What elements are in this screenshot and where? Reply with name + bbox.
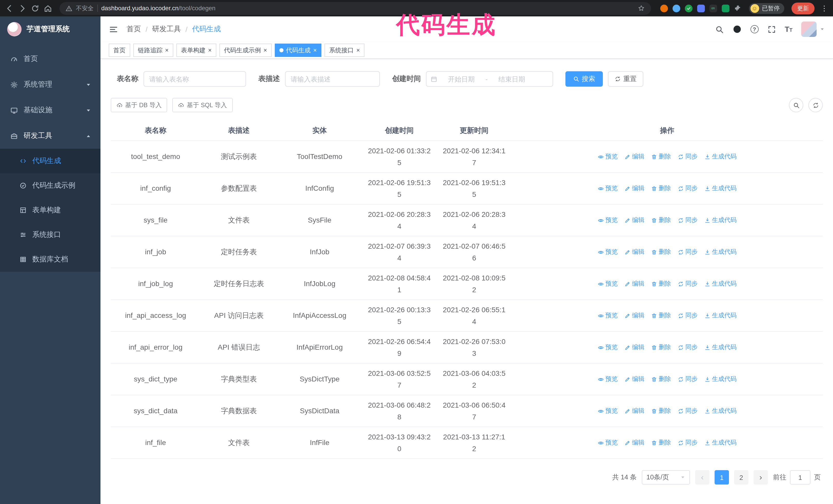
next-page-button[interactable] [754, 470, 768, 484]
delete-link[interactable]: 删除 [651, 406, 671, 416]
edit-link[interactable]: 编辑 [624, 152, 644, 162]
edit-link[interactable]: 编辑 [624, 342, 644, 352]
help-icon[interactable] [750, 25, 758, 33]
extension-icon-green[interactable] [721, 4, 729, 12]
date-range-picker[interactable]: - [426, 71, 553, 87]
table-desc-input[interactable] [285, 71, 380, 87]
tab-trace[interactable]: 链路追踪 [133, 44, 173, 57]
delete-link[interactable]: 删除 [651, 184, 671, 193]
import-db-button[interactable]: 基于 DB 导入 [111, 98, 167, 112]
edit-link[interactable]: 编辑 [624, 184, 644, 193]
browser-profile-badge[interactable]: 已暂停 [749, 3, 784, 14]
page-url[interactable]: dashboard.yudao.iocoder.cn/tool/codegen [101, 5, 216, 12]
generate-code-link[interactable]: 生成代码 [704, 279, 737, 289]
hamburger-icon[interactable] [109, 24, 118, 34]
font-size-icon[interactable] [785, 25, 792, 34]
preview-link[interactable]: 预览 [598, 374, 618, 384]
sync-link[interactable]: 同步 [678, 279, 698, 289]
page-size-select[interactable]: 10条/页 [642, 470, 690, 484]
edit-link[interactable]: 编辑 [624, 406, 644, 416]
generate-code-link[interactable]: 生成代码 [704, 374, 737, 384]
reset-button[interactable]: 重置 [608, 71, 643, 87]
sync-link[interactable]: 同步 [678, 406, 698, 416]
extension-icon-blue[interactable] [672, 4, 680, 12]
generate-code-link[interactable]: 生成代码 [704, 342, 737, 352]
bookmark-star-icon[interactable] [638, 5, 645, 12]
preview-link[interactable]: 预览 [598, 279, 618, 289]
tab-form-builder[interactable]: 表单构建 [176, 44, 216, 57]
delete-link[interactable]: 删除 [651, 342, 671, 352]
extension-icon-green-check[interactable] [685, 4, 692, 12]
preview-link[interactable]: 预览 [598, 406, 618, 416]
goto-page-input[interactable] [790, 470, 810, 484]
edit-link[interactable]: 编辑 [624, 438, 644, 448]
sidebar-item-infrastructure[interactable]: 基础设施 [0, 97, 100, 123]
preview-link[interactable]: 预览 [598, 247, 618, 257]
browser-back-icon[interactable] [5, 4, 14, 13]
tab-home[interactable]: 首页 [109, 44, 130, 57]
sidebar-item-code-generation[interactable]: 代码生成 [0, 149, 100, 173]
page-button-2[interactable]: 2 [734, 470, 748, 484]
search-icon[interactable] [715, 25, 723, 33]
generate-code-link[interactable]: 生成代码 [704, 184, 737, 193]
preview-link[interactable]: 预览 [598, 438, 618, 448]
breadcrumb-home[interactable]: 首页 [127, 25, 141, 34]
generate-code-link[interactable]: 生成代码 [704, 247, 737, 257]
breadcrumb-current[interactable]: 代码生成 [192, 25, 221, 34]
edit-link[interactable]: 编辑 [624, 311, 644, 320]
generate-code-link[interactable]: 生成代码 [704, 438, 737, 448]
page-button-1[interactable]: 1 [715, 470, 729, 484]
extension-icon-orange[interactable] [660, 4, 668, 12]
sync-link[interactable]: 同步 [678, 184, 698, 193]
sidebar-item-home[interactable]: 首页 [0, 46, 100, 72]
generate-code-link[interactable]: 生成代码 [704, 406, 737, 416]
tab-close-icon[interactable] [356, 47, 360, 53]
tab-close-icon[interactable] [208, 47, 212, 53]
tab-system-api[interactable]: 系统接口 [325, 44, 364, 57]
edit-link[interactable]: 编辑 [624, 247, 644, 257]
tab-close-icon[interactable] [313, 47, 317, 53]
browser-home-icon[interactable] [44, 4, 52, 13]
sync-link[interactable]: 同步 [678, 247, 698, 257]
toggle-search-button[interactable] [789, 98, 803, 112]
extension-icon-people[interactable] [697, 4, 705, 12]
end-date-input[interactable] [490, 75, 534, 83]
generate-code-link[interactable]: 生成代码 [704, 311, 737, 320]
delete-link[interactable]: 删除 [651, 279, 671, 289]
preview-link[interactable]: 预览 [598, 342, 618, 352]
edit-link[interactable]: 编辑 [624, 374, 644, 384]
tab-close-icon[interactable] [263, 47, 267, 53]
user-menu[interactable] [801, 22, 825, 37]
sync-link[interactable]: 同步 [678, 438, 698, 448]
sidebar-item-system-api[interactable]: 系统接口 [0, 222, 100, 247]
start-date-input[interactable] [439, 75, 483, 83]
delete-link[interactable]: 删除 [651, 215, 671, 225]
import-sql-button[interactable]: 基于 SQL 导入 [172, 98, 233, 112]
fullscreen-icon[interactable] [767, 25, 776, 33]
address-bar[interactable]: 不安全 dashboard.yudao.iocoder.cn/tool/code… [60, 2, 651, 15]
edit-link[interactable]: 编辑 [624, 215, 644, 225]
extensions-puzzle-icon[interactable] [734, 4, 741, 12]
sync-link[interactable]: 同步 [678, 311, 698, 320]
chevron-down-icon[interactable] [820, 27, 825, 32]
sidebar-item-form-builder[interactable]: 表单构建 [0, 198, 100, 222]
sync-link[interactable]: 同步 [678, 152, 698, 162]
extension-icon-dark[interactable]: on [709, 4, 717, 12]
github-icon[interactable] [732, 25, 741, 34]
browser-forward-icon[interactable] [18, 4, 27, 13]
generate-code-link[interactable]: 生成代码 [704, 152, 737, 162]
breadcrumb-dev-tools[interactable]: 研发工具 [152, 25, 181, 34]
browser-update-button[interactable]: 更新 [791, 2, 814, 14]
preview-link[interactable]: 预览 [598, 215, 618, 225]
browser-menu-kebab-icon[interactable] [821, 4, 828, 12]
preview-link[interactable]: 预览 [598, 311, 618, 320]
sync-link[interactable]: 同步 [678, 342, 698, 352]
tab-code-generation[interactable]: 代码生成 [275, 44, 322, 57]
prev-page-button[interactable] [695, 470, 710, 484]
browser-reload-icon[interactable] [31, 4, 40, 13]
sidebar-item-database-docs[interactable]: 数据库文档 [0, 247, 100, 272]
edit-link[interactable]: 编辑 [624, 279, 644, 289]
sync-link[interactable]: 同步 [678, 374, 698, 384]
delete-link[interactable]: 删除 [651, 152, 671, 162]
search-button[interactable]: 搜索 [565, 71, 603, 87]
